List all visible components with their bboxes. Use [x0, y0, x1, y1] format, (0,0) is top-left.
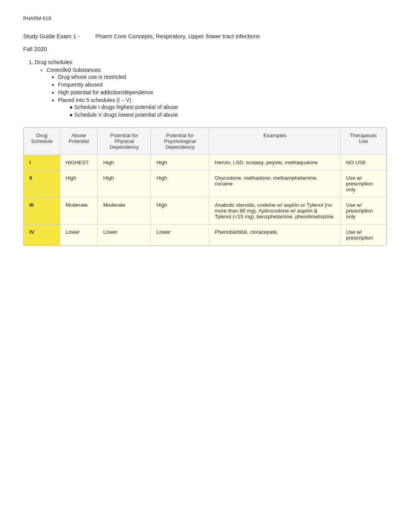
outline-item-1: Drug schedules Controlled Substances Dru… — [35, 59, 387, 118]
cell-physical: Moderate — [98, 197, 151, 224]
table-row: IVLowerLowerLowerPhenobarbital, clorazep… — [24, 224, 386, 246]
cell-therapeutic: NO USE — [341, 155, 386, 170]
cell-therapeutic: Use w/ prescription only — [341, 197, 386, 224]
cell-schedule: II — [24, 170, 60, 197]
col-header-examples: Examples — [209, 128, 341, 155]
table-header-row: Drug Schedule Abuse Potential Potential … — [24, 128, 386, 155]
cell-examples: Oxycodone, methadone, methamphetamine, c… — [209, 170, 341, 197]
cell-psychological: Lower — [151, 224, 209, 246]
col-header-abuse: Abuse Potential — [60, 128, 98, 155]
outline-sub-1: Controlled Substances Drug whose use is … — [46, 67, 387, 118]
cell-abuse: High — [60, 170, 98, 197]
course-code: PHARM 619 — [23, 15, 387, 21]
cell-abuse: Lower — [60, 224, 98, 246]
cell-psychological: High — [151, 170, 209, 197]
col-header-schedule: Drug Schedule — [24, 128, 60, 155]
cell-therapeutic: Use w/ prescription only — [341, 170, 386, 197]
cell-schedule: IV — [24, 224, 60, 246]
bullet-list: Drug whose use is restricted Frequently … — [58, 74, 387, 118]
cell-abuse: Moderate — [60, 197, 98, 224]
cell-abuse: HIGHEST — [60, 155, 98, 170]
table-row: IHIGHESTHighHighHeroin, LSD, ecstasy, pe… — [24, 155, 386, 170]
bullet-item-1: Frequently abused — [58, 82, 387, 88]
cell-physical: High — [98, 170, 151, 197]
col-header-psychological: Potential for Psychological Dependency — [151, 128, 209, 155]
semester: Fall 2020 — [23, 46, 387, 52]
cell-examples: Heroin, LSD, ecstasy, peyote, methaqualo… — [209, 155, 341, 170]
drug-schedule-table-wrapper: Drug Schedule Abuse Potential Potential … — [23, 127, 387, 246]
cell-examples: Anabolic steroids, codeine w/ aspirin or… — [209, 197, 341, 224]
schedule-bullet-0: Schedule I drugs highest potential of ab… — [69, 104, 387, 110]
cell-physical: High — [98, 155, 151, 170]
bullet-item-0: Drug whose use is restricted — [58, 74, 387, 80]
col-header-therapeutic: Therapeutic Use — [341, 128, 386, 155]
bullet-item-3: Placed into 5 schedules (I – V) Schedule… — [58, 97, 387, 118]
cell-physical: Lower — [98, 224, 151, 246]
col-header-physical: Potential for Physical Dependency — [98, 128, 151, 155]
cell-therapeutic: Use w/ prescription — [341, 224, 386, 246]
schedule-bullets: Schedule I drugs highest potential of ab… — [69, 104, 387, 118]
study-guide-title: Study Guide Exam 1 - Pharm Core Concepts… — [23, 33, 387, 39]
cell-psychological: High — [151, 197, 209, 224]
schedule-bullet-1: Schedule V drugs lowest potential of abu… — [69, 112, 387, 118]
main-outline: Drug schedules Controlled Substances Dru… — [35, 59, 387, 118]
sub-list: Controlled Substances Drug whose use is … — [46, 67, 387, 118]
table-row: IIIModerateModerateHighAnabolic steroids… — [24, 197, 386, 224]
bullet-item-2: High potential for addiction/dependence — [58, 89, 387, 95]
table-row: IIHighHighHighOxycodone, methadone, meth… — [24, 170, 386, 197]
cell-schedule: I — [24, 155, 60, 170]
cell-schedule: III — [24, 197, 60, 224]
cell-examples: Phenobarbital, clorazepate, — [209, 224, 341, 246]
cell-psychological: High — [151, 155, 209, 170]
drug-schedule-table: Drug Schedule Abuse Potential Potential … — [24, 127, 386, 246]
